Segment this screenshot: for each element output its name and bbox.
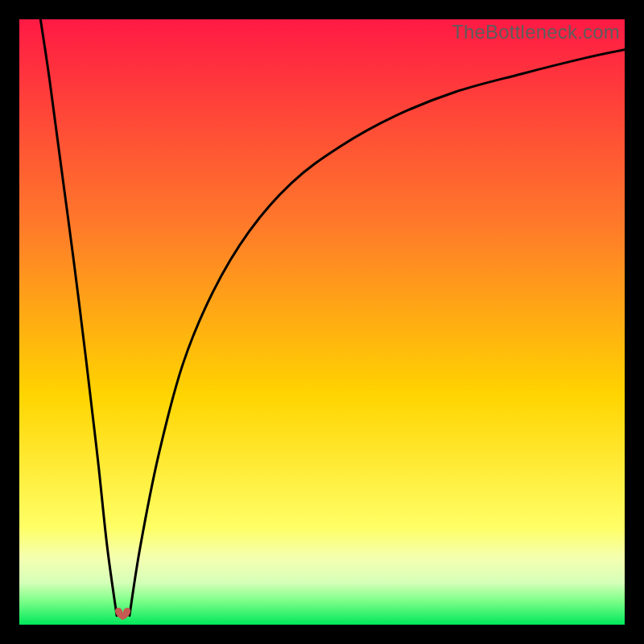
chart-frame: TheBottleneck.com [19, 19, 625, 625]
bottleneck-chart [19, 19, 625, 625]
watermark-text: TheBottleneck.com [452, 21, 620, 43]
gradient-background [19, 19, 625, 625]
